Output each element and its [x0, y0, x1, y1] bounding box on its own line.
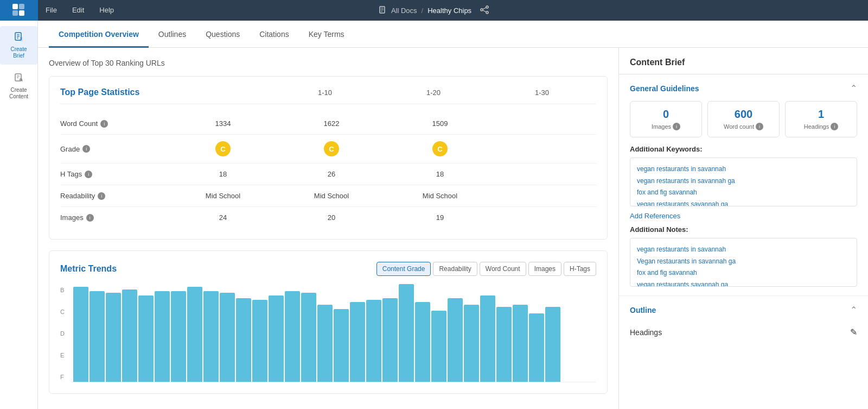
- headings-edit-icon[interactable]: ✎: [850, 327, 857, 337]
- menu-help[interactable]: Help: [92, 0, 122, 21]
- trends-tab-htags[interactable]: H-Tags: [564, 262, 596, 276]
- menu-edit[interactable]: Edit: [65, 0, 92, 21]
- stat-boxes: 0 Images i 600 Word count i: [630, 101, 857, 137]
- svg-line-12: [483, 10, 486, 12]
- general-guidelines-collapse-icon[interactable]: ⌃: [850, 83, 857, 93]
- main-layout: CreateBrief CreateContent Competition Ov…: [0, 21, 868, 409]
- readability-info-icon[interactable]: i: [98, 192, 105, 200]
- stat-box-headings-value: 1: [790, 108, 852, 121]
- menu-file[interactable]: File: [38, 0, 65, 21]
- document-icon: [14, 32, 24, 44]
- wordcount-val-1: 1334: [169, 119, 277, 128]
- sidebar-item-create-content-label: CreateContent: [9, 87, 28, 100]
- sidebar: CreateBrief CreateContent: [0, 21, 38, 409]
- chart-bar-7: [187, 287, 202, 382]
- trends-tab-images[interactable]: Images: [528, 262, 561, 276]
- chart-bar-5: [155, 291, 170, 382]
- grade-val-1: C: [169, 141, 277, 156]
- chart-bar-3: [122, 290, 137, 382]
- chart-bar-26: [496, 307, 512, 382]
- col-header-1-20: 1-20: [379, 89, 488, 97]
- stats-row-images: Images i 24 20 19: [60, 207, 596, 228]
- chart-bar-11: [252, 300, 267, 382]
- svg-rect-3: [19, 10, 24, 16]
- keyword-2: vegan restaurants in savannah ga: [637, 175, 850, 187]
- keyword-4: vegan restaurants savannah ga: [637, 199, 850, 206]
- trends-tabs: Content Grade Readability Word Count Ima…: [376, 262, 596, 276]
- sidebar-item-create-content[interactable]: CreateContent: [0, 67, 37, 105]
- chart-bar-6: [171, 291, 186, 382]
- images-val-3: 19: [386, 213, 494, 222]
- y-label-f: F: [60, 374, 71, 380]
- chart-bar-24: [464, 305, 479, 382]
- chart-bar-25: [480, 295, 495, 382]
- trends-header: Metric Trends Content Grade Readability …: [60, 262, 596, 276]
- note-2: Vegan restaurants in savannah ga: [637, 256, 850, 268]
- chart-bar-17: [350, 302, 365, 382]
- top-page-stats-card: Top Page Statistics 1-10 1-20 1-30 Word …: [49, 76, 608, 240]
- additional-notes-box: vegan restaurants in savannah Vegan rest…: [630, 238, 857, 287]
- readability-val-3: Mid School: [386, 192, 494, 200]
- chart-bar-14: [301, 293, 316, 382]
- stats-header: Top Page Statistics 1-10 1-20 1-30: [60, 87, 596, 104]
- tab-key-terms[interactable]: Key Terms: [299, 21, 354, 48]
- wordcount-val-2: 1622: [277, 119, 386, 128]
- chart-bar-18: [366, 300, 381, 382]
- trends-tab-word-count[interactable]: Word Count: [480, 262, 526, 276]
- tab-competition-overview[interactable]: Competition Overview: [49, 21, 149, 48]
- tab-citations[interactable]: Citations: [250, 21, 298, 48]
- tab-outlines[interactable]: Outlines: [149, 21, 196, 48]
- stat-images-info[interactable]: i: [673, 123, 680, 130]
- outline-collapse-icon[interactable]: ⌃: [850, 305, 857, 315]
- stat-headings-info[interactable]: i: [831, 123, 838, 130]
- htags-label: H Tags i: [60, 170, 169, 178]
- wordcount-info-icon[interactable]: i: [100, 120, 108, 128]
- stat-box-images: 0 Images i: [630, 101, 702, 137]
- y-label-c: C: [60, 309, 71, 315]
- breadcrumb-separator: /: [422, 7, 424, 15]
- keyword-3: fox and fig savannah: [637, 187, 850, 199]
- images-val-1: 24: [169, 213, 277, 222]
- additional-notes-label: Additional Notes:: [630, 225, 857, 234]
- sidebar-item-create-brief[interactable]: CreateBrief: [0, 26, 37, 65]
- share-icon[interactable]: [480, 5, 489, 16]
- add-references-link[interactable]: Add References: [630, 212, 680, 220]
- htags-val-1: 18: [169, 170, 277, 178]
- right-panel-header: Content Brief: [619, 48, 868, 74]
- logo: [0, 0, 38, 21]
- chart-y-labels: B C D E F: [60, 285, 71, 382]
- note-4: vegan restaurants savannah ga: [637, 279, 850, 287]
- breadcrumb-all-docs[interactable]: All Docs: [391, 7, 417, 15]
- htags-info-icon[interactable]: i: [85, 171, 92, 178]
- note-1: vegan restaurants in savannah: [637, 244, 850, 256]
- grade-info-icon[interactable]: i: [82, 145, 90, 153]
- chart-bar-1: [90, 291, 105, 382]
- col-header-1-10: 1-10: [271, 89, 379, 97]
- readability-val-2: Mid School: [277, 192, 386, 200]
- chart-bar-13: [285, 291, 300, 382]
- outline-section: Outline ⌃ Headings ✎: [619, 296, 868, 350]
- stats-column-headers: 1-10 1-20 1-30: [271, 89, 596, 97]
- chart-bar-4: [138, 295, 154, 382]
- svg-point-8: [486, 6, 488, 8]
- breadcrumb-doc-name: Healthy Chips: [427, 7, 471, 15]
- main-scroll-panel: Overview of Top 30 Ranking URLs Top Page…: [38, 48, 618, 409]
- metric-trends-card: Metric Trends Content Grade Readability …: [49, 250, 608, 394]
- images-info-icon[interactable]: i: [86, 214, 94, 222]
- right-panel-title: Content Brief: [630, 58, 685, 67]
- y-label-e: E: [60, 352, 71, 358]
- svg-line-11: [483, 8, 486, 9]
- trends-tab-content-grade[interactable]: Content Grade: [376, 262, 431, 276]
- svg-rect-2: [12, 10, 18, 16]
- general-guidelines-title: General Guidelines: [630, 84, 699, 93]
- general-guidelines-section: General Guidelines ⌃ 0 Images i 600: [619, 74, 868, 296]
- svg-point-9: [481, 9, 483, 11]
- chart-bar-0: [73, 287, 88, 382]
- content-area: Overview of Top 30 Ranking URLs Top Page…: [38, 48, 868, 409]
- trends-tab-readability[interactable]: Readability: [433, 262, 477, 276]
- grade-val-3: C: [386, 141, 494, 156]
- stat-wordcount-info[interactable]: i: [756, 123, 763, 130]
- stat-box-headings: 1 Headings i: [785, 101, 857, 137]
- tab-questions[interactable]: Questions: [196, 21, 250, 48]
- chart-bar-2: [106, 293, 121, 382]
